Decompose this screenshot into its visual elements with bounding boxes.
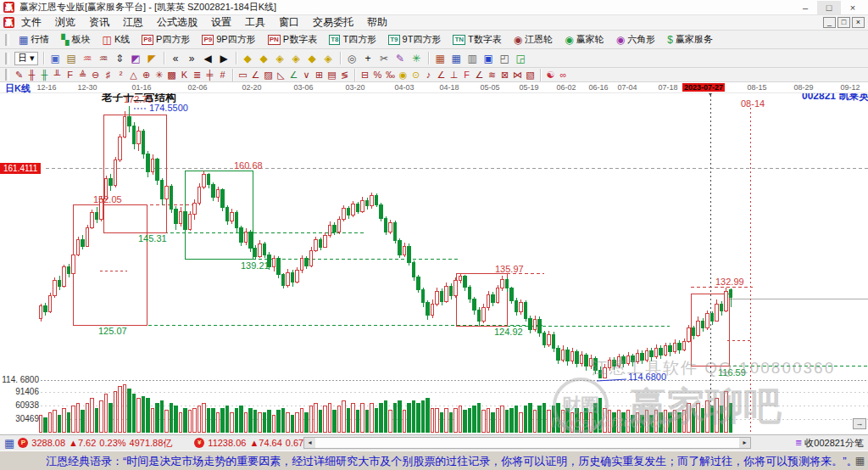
draw-tool-16-icon[interactable]: # [216,69,229,81]
nav-tool-7-icon[interactable]: ◩ [128,51,144,66]
draw-tool-26-icon[interactable]: ≶ [338,69,351,81]
nav-tool-2-icon[interactable]: ▣ [47,51,64,66]
nav-tool-26-icon[interactable]: ✳ [409,51,425,66]
nav-tool-12-icon[interactable]: ◀ [200,51,216,66]
draw-tool-22-icon[interactable]: ∠ [287,69,300,81]
menu-item-5[interactable]: 公式选股 [150,15,204,30]
nav-tool-18-icon[interactable]: ◈ [288,51,304,66]
menu-item-1[interactable]: 文件 [14,15,48,30]
close-button[interactable]: × [841,1,865,14]
nav-tool-33-icon[interactable]: ◲ [513,51,529,66]
nav-tool-23-icon[interactable]: + [360,51,376,66]
nav-tool-30-icon[interactable]: ▥ [465,51,481,66]
draw-tool-10-icon[interactable]: ⊕ [140,69,153,81]
draw-tool-23-icon[interactable]: ∨ [300,69,313,81]
toolbar-button-江恩轮[interactable]: ◉江恩轮 [508,31,559,48]
draw-tool-8-icon[interactable]: ² [114,69,127,81]
draw-tool-1-icon[interactable]: ╫ [25,69,38,81]
toolbar-button-K线[interactable]: ◫K线 [97,31,136,48]
toolbar-drag-handle[interactable] [5,69,9,81]
menu-item-9[interactable]: 交易委托 [306,15,360,30]
menu-item-3[interactable]: 资讯 [82,15,116,30]
draw-tool-0-icon[interactable]: ✎ [13,69,25,81]
scroll-right-arrow-icon[interactable]: ▸ [739,438,750,448]
kline-chart-area[interactable]: 172.75174.5500160.68152.05145.31139.2113… [0,82,868,434]
menu-item-8[interactable]: 窗口 [272,15,306,30]
sz-index-value[interactable]: 11238.06 [208,438,246,448]
nav-tool-10-icon[interactable]: « [168,51,184,66]
draw-tool-36-icon[interactable]: F [460,69,473,81]
nav-tool-5-icon[interactable]: ♒ [96,51,112,66]
draw-tool-21-icon[interactable]: ◺ [275,69,287,81]
draw-tool-25-icon[interactable]: ▤ [326,69,338,81]
toolbar-button-六角形[interactable]: ◉六角形 [610,31,661,48]
draw-tool-30-icon[interactable]: ‰ [384,69,397,81]
nav-tool-22-icon[interactable]: ◎ [344,51,360,66]
toolbar-button-9P四方形[interactable]: P99P四方形 [196,31,261,48]
maximize-button[interactable]: □ [817,1,841,14]
draw-tool-9-icon[interactable]: △ [127,69,140,81]
draw-tool-40-icon[interactable]: ⋈ [511,69,524,81]
menu-item-6[interactable]: 设置 [204,15,238,30]
kline-chart-svg[interactable]: 172.75174.5500160.68152.05145.31139.2113… [0,82,868,434]
nav-tool-17-icon[interactable]: ◈ [272,51,288,66]
nav-tool-28-icon[interactable]: ▦ [432,51,448,66]
draw-tool-19-icon[interactable]: ∠ [249,69,262,81]
toolbar-button-T数字表[interactable]: TNT数字表 [447,31,507,48]
draw-tool-34-icon[interactable]: ∠ [435,69,448,81]
nav-tool-11-icon[interactable]: » [184,51,200,66]
nav-tool-0-icon[interactable]: 日 ▾ [14,52,38,65]
nav-tool-32-icon[interactable]: ◰ [497,51,513,66]
draw-tool-29-icon[interactable]: % [371,69,384,81]
draw-tool-32-icon[interactable]: ⊙ [409,69,422,81]
draw-tool-31-icon[interactable]: ◉ [397,69,409,81]
toolbar-button-T四方形[interactable]: T8T四方形 [323,31,382,48]
menu-item-10[interactable]: 帮助 [360,15,394,30]
draw-tool-12-icon[interactable]: ▩ [165,69,178,81]
draw-tool-33-icon[interactable]: ♪ [422,69,435,81]
menu-item-2[interactable]: 浏览 [48,15,82,30]
toolbar-button-P四方形[interactable]: P8P四方形 [136,31,196,48]
minimize-button[interactable]: – [793,1,817,14]
mdi-minimize-button[interactable]: _ [823,17,836,28]
draw-tool-13-icon[interactable]: K [178,69,191,81]
nav-tool-4-icon[interactable]: ♒ [80,51,96,66]
tick-view-link[interactable]: ≣ 收002821分笔 [795,437,864,450]
sh-index-value[interactable]: 3288.08 [31,438,65,448]
horizontal-scrollbar[interactable]: ◂ ▸ [303,437,751,449]
draw-tool-7-icon[interactable]: ♯ [102,69,114,81]
draw-tool-18-icon[interactable]: ▭ [236,69,249,81]
toolbar-drag-handle[interactable] [5,53,9,64]
nav-tool-16-icon[interactable]: ◆ [256,51,272,66]
draw-tool-44-icon[interactable]: ∞ [557,69,570,81]
draw-tool-11-icon[interactable]: ✳ [153,69,165,81]
draw-tool-38-icon[interactable]: ≋ [486,69,498,81]
nav-tool-8-icon[interactable]: ◤ [144,51,160,66]
nav-tool-31-icon[interactable]: ▣ [481,51,497,66]
draw-tool-6-icon[interactable]: ⊖ [89,69,102,81]
resize-grip-icon[interactable]: ▦ [855,456,865,466]
toolbar-button-行情[interactable]: ▦行情 [13,31,55,48]
draw-tool-20-icon[interactable]: ▨ [262,69,275,81]
draw-tool-24-icon[interactable]: ⊞ [313,69,326,81]
draw-tool-15-icon[interactable]: ╪ [203,69,216,81]
draw-tool-5-icon[interactable]: ≜ [76,69,89,81]
toolbar-button-板块[interactable]: ▚板块 [55,31,96,48]
scroll-left-arrow-icon[interactable]: ◂ [304,438,315,448]
menu-item-7[interactable]: 工具 [238,15,272,30]
nav-tool-3-icon[interactable]: ▤ [64,51,80,66]
nav-tool-19-icon[interactable]: ◆ [304,51,320,66]
draw-tool-41-icon[interactable]: ▧ [524,69,537,81]
chart-scroll-button[interactable]: → [853,418,866,429]
toolbar-button-9T四方形[interactable]: T99T四方形 [382,31,447,48]
draw-tool-37-icon[interactable]: ∠ [473,69,486,81]
mdi-close-button[interactable]: × [852,17,865,28]
draw-tool-43-icon[interactable]: ☯ [544,69,557,81]
toolbar-drag-handle[interactable] [5,34,9,46]
mdi-restore-button[interactable]: □ [837,17,850,28]
nav-tool-20-icon[interactable]: ◈ [320,51,337,66]
nav-tool-25-icon[interactable]: ✎ [392,51,409,66]
draw-tool-28-icon[interactable]: ⊟ [359,69,371,81]
draw-tool-35-icon[interactable]: ⊥ [448,69,460,81]
draw-tool-2-icon[interactable]: ╫ [38,69,51,81]
